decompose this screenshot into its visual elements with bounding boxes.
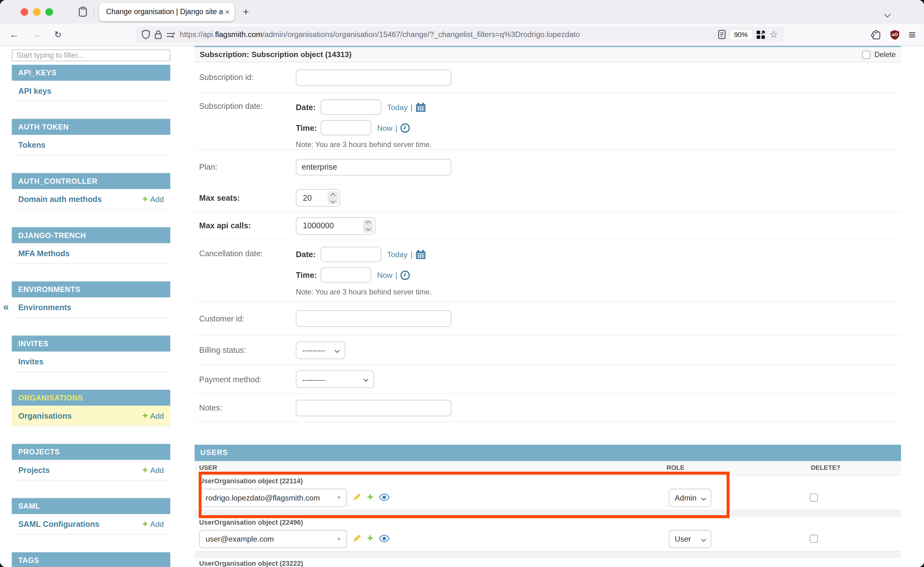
sidebar-collapse-icon[interactable]: «	[3, 301, 9, 313]
row-separator	[194, 551, 901, 558]
sidebar-item-projects[interactable]: Projects +Add	[12, 460, 170, 480]
now-link[interactable]: Now	[377, 123, 393, 132]
tracking-shield-icon[interactable]	[141, 30, 150, 39]
section-spacer	[12, 264, 170, 281]
permissions-icon[interactable]	[166, 31, 175, 38]
add-link[interactable]: +Add	[142, 411, 164, 420]
view-eye-icon[interactable]	[379, 493, 389, 501]
server-time-note: Note: You are 3 hours behind server time…	[296, 141, 432, 149]
back-button[interactable]: ←	[9, 30, 19, 39]
user-select[interactable]: rodrigo.lopezdato@flagsmith.com▼	[199, 489, 347, 507]
window-zoom-button[interactable]	[45, 8, 53, 15]
tab-close-icon[interactable]: ×	[225, 8, 230, 16]
payment-method-select[interactable]: ---------	[296, 370, 375, 388]
users-column-headers: USER ROLE DELETE?	[194, 461, 901, 476]
add-plus-icon[interactable]: +	[367, 533, 373, 543]
user-organisation-object-label: UserOrganisation object (22114)	[194, 476, 901, 488]
user-select[interactable]: user@example.com▼	[199, 530, 347, 548]
change-form: Subscription:Subscription object (14313)…	[194, 46, 901, 567]
sidebar: API_KEYS API keys AUTH TOKEN Tokens AUTH…	[12, 50, 170, 567]
role-select[interactable]: User	[669, 530, 711, 548]
spinner-icon[interactable]	[328, 191, 338, 204]
sidebar-item-organisations[interactable]: Organisations +Add	[12, 406, 170, 426]
add-plus-icon[interactable]: +	[367, 492, 373, 502]
delete-checkbox[interactable]	[862, 51, 870, 58]
customer-id-input[interactable]	[296, 310, 451, 327]
tab-bar: Change organisation | Django site ad × +	[0, 0, 924, 24]
clock-icon[interactable]	[400, 270, 411, 280]
sidebar-section-invites: INVITES	[12, 336, 170, 351]
sidebar-section-tags: TAGS	[12, 552, 170, 567]
window-minimize-button[interactable]	[33, 8, 41, 15]
sidebar-item-api-keys[interactable]: API keys	[12, 81, 170, 101]
related-widget-icons: +	[352, 533, 389, 543]
plus-icon: +	[142, 465, 148, 474]
subscription-module-header: Subscription:Subscription object (14313)…	[194, 47, 901, 62]
sidebar-item-mfa-methods[interactable]: MFA Methods	[12, 243, 170, 264]
reload-button[interactable]: ↻	[54, 30, 62, 39]
delete-row-checkbox[interactable]	[810, 535, 818, 543]
active-tab[interactable]: Change organisation | Django site ad ×	[99, 3, 235, 21]
clock-icon[interactable]	[400, 123, 411, 133]
role-select[interactable]: Admin	[669, 489, 711, 507]
clipboard-icon[interactable]	[78, 6, 88, 18]
users-inline-module: USERS USER ROLE DELETE? UserOrganisation…	[194, 445, 901, 567]
today-link[interactable]: Today	[387, 103, 408, 112]
zoom-level-badge[interactable]: 90%	[730, 30, 752, 39]
page-title: Subscription:Subscription object (14313)	[200, 50, 352, 59]
extension-grid-icon[interactable]	[756, 30, 765, 39]
extensions-puzzle-icon[interactable]	[870, 29, 881, 40]
delete-row-checkbox[interactable]	[810, 493, 818, 501]
sidebar-section-api-keys: API_KEYS	[12, 65, 170, 81]
max-api-calls-stepper[interactable]	[296, 217, 375, 235]
max-seats-input[interactable]	[302, 193, 325, 203]
sidebar-filter-input[interactable]	[12, 50, 170, 62]
menu-hamburger-icon[interactable]: ≡	[909, 28, 916, 40]
new-tab-button[interactable]: +	[243, 7, 249, 17]
subscription-id-input[interactable]	[296, 69, 451, 86]
browser-window: Change organisation | Django site ad × +…	[0, 0, 924, 567]
calendar-icon[interactable]	[415, 249, 426, 260]
tabs-dropdown-icon[interactable]	[885, 8, 890, 19]
view-eye-icon[interactable]	[379, 534, 389, 542]
sidebar-item-environments[interactable]: Environments	[12, 297, 170, 318]
add-link[interactable]: +Add	[142, 465, 164, 474]
plan-input[interactable]	[296, 159, 451, 175]
sidebar-section-environments: ENVIRONMENTS	[12, 281, 170, 297]
sidebar-item-tokens[interactable]: Tokens	[12, 135, 170, 156]
reader-mode-icon[interactable]	[718, 30, 725, 39]
spinner-icon[interactable]	[363, 219, 373, 232]
subscription-time-input[interactable]	[321, 120, 371, 135]
ublock-shield-icon[interactable]: uO	[890, 29, 900, 40]
section-spacer	[12, 426, 170, 444]
sidebar-item-domain-auth-methods[interactable]: Domain auth methods +Add	[12, 189, 170, 210]
cancellation-date-row: Cancellation date: Date: Today | Time:	[194, 240, 901, 302]
window-close-button[interactable]	[21, 8, 28, 15]
tab-title: Change organisation | Django site ad	[106, 8, 223, 16]
edit-pencil-icon[interactable]	[352, 492, 362, 502]
section-spacer	[12, 318, 170, 336]
django-admin-page: API_KEYS API keys AUTH TOKEN Tokens AUTH…	[0, 46, 924, 567]
lock-icon[interactable]	[154, 30, 162, 39]
now-link[interactable]: Now	[377, 271, 393, 279]
cancellation-date-input[interactable]	[321, 247, 381, 262]
address-bar[interactable]: https://api.flagsmith.com/admin/organisa…	[135, 26, 784, 42]
section-spacer	[12, 156, 170, 173]
notes-input[interactable]	[296, 399, 451, 416]
bookmark-star-icon[interactable]: ☆	[769, 30, 778, 39]
sidebar-item-invites[interactable]: Invites	[12, 351, 170, 372]
today-link[interactable]: Today	[387, 250, 408, 259]
max-seats-stepper[interactable]	[296, 189, 340, 207]
max-api-calls-row: Max api calls:	[194, 212, 901, 240]
max-api-calls-input[interactable]	[302, 221, 339, 231]
cancellation-time-input[interactable]	[321, 267, 371, 282]
edit-pencil-icon[interactable]	[352, 534, 362, 543]
sidebar-item-saml-configurations[interactable]: SAML Configurations +Add	[12, 514, 170, 535]
add-link[interactable]: +Add	[142, 519, 164, 529]
sidebar-section-organisations: ORGANISATIONS	[12, 390, 170, 406]
calendar-icon[interactable]	[415, 102, 426, 112]
billing-status-select[interactable]: ---------	[296, 341, 346, 359]
subscription-date-input[interactable]	[321, 99, 381, 115]
add-link[interactable]: +Add	[142, 194, 164, 204]
delete-subscription: Delete	[862, 51, 896, 58]
